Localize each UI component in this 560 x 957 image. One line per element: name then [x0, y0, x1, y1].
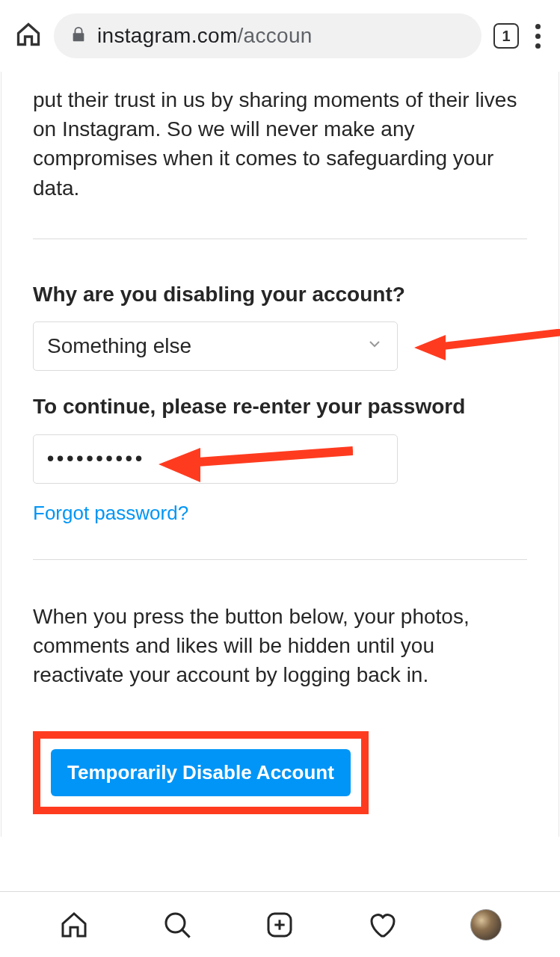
nav-search-icon[interactable] [161, 909, 193, 941]
nav-profile-avatar[interactable] [470, 909, 502, 941]
chevron-down-icon [366, 334, 384, 358]
svg-point-4 [166, 914, 185, 932]
intro-text: put their trust in us by sharing moments… [33, 85, 527, 203]
divider [33, 559, 527, 560]
avatar [470, 909, 502, 941]
annotation-arrow-icon [414, 329, 560, 369]
tab-count[interactable]: 1 [493, 23, 519, 49]
svg-marker-1 [414, 335, 446, 360]
annotation-highlight: Temporarily Disable Account [33, 731, 369, 814]
svg-line-5 [182, 929, 189, 937]
password-heading: To continue, please re-enter your passwo… [33, 393, 527, 420]
page: put their trust in us by sharing moments… [1, 72, 559, 837]
svg-line-0 [437, 332, 560, 347]
nav-activity-icon[interactable] [367, 909, 399, 941]
nav-add-icon[interactable] [264, 909, 295, 941]
reason-select[interactable]: Something else [33, 321, 398, 371]
forgot-password-link[interactable]: Forgot password? [33, 502, 188, 525]
divider [33, 239, 527, 239]
lock-icon [70, 26, 87, 46]
reason-selected-value: Something else [47, 334, 191, 358]
info-text: When you press the button below, your ph… [33, 602, 527, 690]
reason-heading: Why are you disabling your account? [33, 281, 527, 308]
browser-bar: instagram.com/accoun 1 [0, 0, 560, 72]
url-text: instagram.com/accoun [97, 24, 313, 48]
svg-line-2 [188, 451, 353, 463]
annotation-arrow-icon [159, 445, 353, 487]
temporarily-disable-button[interactable]: Temporarily Disable Account [51, 749, 351, 796]
home-icon[interactable] [15, 21, 42, 51]
url-bar[interactable]: instagram.com/accoun [54, 13, 481, 58]
more-icon[interactable] [531, 19, 545, 53]
bottom-nav [0, 891, 560, 957]
nav-home-icon[interactable] [58, 909, 90, 941]
password-value: •••••••••• [47, 447, 145, 470]
svg-marker-3 [159, 448, 200, 482]
